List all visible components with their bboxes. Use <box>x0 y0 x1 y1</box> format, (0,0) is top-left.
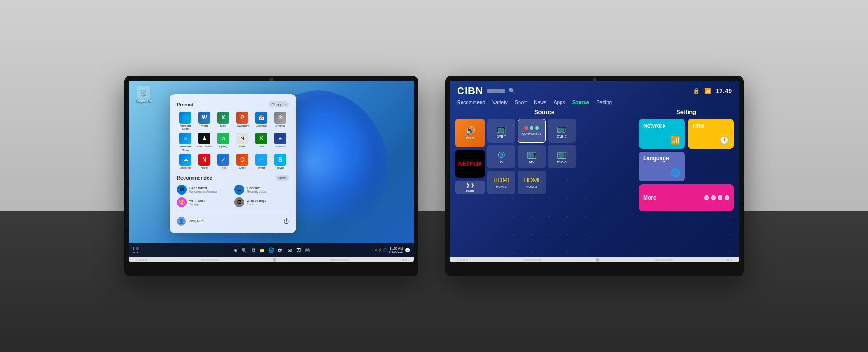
msstore-icon: 🛍 <box>179 133 191 144</box>
app-twitter[interactable]: 🐦 Twitter <box>253 154 270 170</box>
clock-icon: 🕐 <box>719 135 729 145</box>
app-powerpoint[interactable]: P Powerpoint <box>234 112 251 131</box>
left-bottom-dots <box>136 259 147 261</box>
all-apps-button[interactable]: All apps › <box>269 101 289 107</box>
setting-placeholder <box>688 152 734 181</box>
recycle-bin-icon: 🗑️ <box>137 86 150 99</box>
left-monitor: 🗑️ Recycle Bin Pinned All apps › <box>124 76 418 276</box>
more-button[interactable]: More <box>275 175 289 181</box>
nav-source[interactable]: Source <box>572 100 589 105</box>
nav-setting[interactable]: Setting <box>596 100 612 105</box>
twitter-icon: 🐦 <box>255 154 267 166</box>
app-msstore[interactable]: 🛍 Microsoft Store <box>177 133 194 152</box>
more-arrow-icon: ❯❯ <box>466 182 475 188</box>
tv-source-grid: 📺 DVB-T <box>487 119 576 194</box>
nav-recommend[interactable]: Recommend <box>457 100 485 105</box>
steam-taskbar[interactable]: 🎮 <box>304 247 311 254</box>
rec-item-paint[interactable]: 🎨 winft paint 1m ago <box>177 197 231 207</box>
recycle-bin[interactable]: 🗑️ Recycle Bin <box>135 86 152 103</box>
nav-apps[interactable]: Apps <box>554 100 565 105</box>
tv-time: 17:49 <box>716 87 732 95</box>
tv-settings-grid: NetWork 📶 Time 🕐 Langu <box>639 119 734 211</box>
tv-source-layout: 🔊 VOA NETFLIX ❯❯ More <box>455 119 633 194</box>
time-label: Time <box>692 123 705 129</box>
app-excel[interactable]: X Excel <box>215 112 232 131</box>
source-dvbs[interactable]: 📺 DVB-S <box>548 145 576 168</box>
taskbar-center: ⊞ 🔍 ⧉ 📁 🌐 🛍 ✉ 🖼 🎮 <box>231 247 311 254</box>
setting-section-title: Setting <box>639 109 734 115</box>
app-onedrive[interactable]: ☁ Onedrive <box>177 154 194 170</box>
setting-time[interactable]: Time 🕐 <box>688 119 734 149</box>
source-component[interactable]: COMPONENT <box>518 119 546 143</box>
recycle-bin-label: Recycle Bin <box>135 100 152 103</box>
wifi-icon: 📶 <box>670 135 680 145</box>
app-office[interactable]: O Office <box>234 154 251 170</box>
app-calendar[interactable]: 📅 Calendar <box>253 112 270 131</box>
nav-variety[interactable]: Variety <box>492 100 507 105</box>
tv-content: Source 🔊 VOA NETFLIX <box>450 109 739 244</box>
setting-network[interactable]: NetWork 📶 <box>639 119 685 149</box>
app-solitaire[interactable]: ♠ Solitaire <box>272 133 289 152</box>
user-name: Viraj Aller <box>189 219 204 223</box>
tv-more-label: More <box>466 189 474 193</box>
excel-icon: X <box>217 112 229 124</box>
app-skype[interactable]: S Skype <box>272 154 289 170</box>
rec-item-winsettings[interactable]: ⚙ winft settings 2m ago <box>234 197 289 207</box>
setting-more[interactable]: More <box>639 184 734 211</box>
app-word[interactable]: W Word <box>196 112 213 131</box>
photos-taskbar[interactable]: 🖼 <box>295 247 302 254</box>
source-hdmi2[interactable]: HDMI HDMI 2 <box>518 171 546 194</box>
app-spotify[interactable]: ♫ Spotify <box>215 133 232 152</box>
source-hdmi1[interactable]: HDMI HDMI 1 <box>487 171 515 194</box>
tv-interface: CIBN 🔍 🔒 📶 17:49 Recommend Va <box>450 81 739 257</box>
tv-search-icon[interactable]: 🔍 <box>509 88 515 94</box>
voa-card[interactable]: 🔊 VOA <box>455 119 485 147</box>
network-label: NetWork <box>643 123 665 129</box>
app-xbox[interactable]: X Xbox <box>253 133 270 152</box>
taskbar-time: 11:00 AM 6/21/2021 <box>389 247 403 253</box>
store-taskbar[interactable]: 🛍 <box>277 247 284 254</box>
right-speaker-right <box>655 259 673 261</box>
mail-taskbar[interactable]: ✉ <box>286 247 293 254</box>
app-edge[interactable]: 🌐 Microsoft Edge <box>177 112 194 131</box>
solitaire-icon: ♠ <box>274 133 286 144</box>
office-icon: O <box>236 154 248 166</box>
app-netflix[interactable]: N Netflix <box>196 154 213 170</box>
app-news[interactable]: N News <box>234 133 251 152</box>
app-epic[interactable]: ♟ Epic Games <box>196 133 213 152</box>
tv-left-cards: 🔊 VOA NETFLIX ❯❯ More <box>455 119 485 194</box>
setting-language[interactable]: Language 🌐 <box>639 152 685 181</box>
todo-icon: ✓ <box>217 154 229 166</box>
nav-sport[interactable]: Sport <box>515 100 527 105</box>
tv-more-button[interactable]: ❯❯ More <box>455 181 485 194</box>
source-av[interactable]: ◎ AV <box>487 145 515 168</box>
left-speaker <box>201 259 219 261</box>
notification-icon[interactable]: 💬 <box>405 248 410 253</box>
source-atv[interactable]: 📺 ATV <box>518 145 546 168</box>
rec-item-onedrive[interactable]: ☁ Onedrive Recently added <box>234 185 289 195</box>
power-button[interactable]: ⏻ <box>283 218 289 224</box>
news-icon: N <box>236 133 248 144</box>
rec-item-getstarted[interactable]: 🖥 Get Started Welcome to Windows <box>177 185 231 195</box>
left-monitor-frame: 🗑️ Recycle Bin Pinned All apps › <box>124 76 418 276</box>
app-settings[interactable]: ⚙ Settings <box>272 112 289 131</box>
source-dvbt[interactable]: 📺 DVB-T <box>487 119 515 143</box>
edge-taskbar[interactable]: 🌐 <box>268 247 275 254</box>
right-screen: CIBN 🔍 🔒 📶 17:49 Recommend Va <box>450 81 739 257</box>
netflix-card[interactable]: NETFLIX <box>455 150 485 178</box>
right-mic <box>596 258 599 262</box>
more-label: More <box>643 195 656 201</box>
file-explorer[interactable]: 📁 <box>259 247 266 254</box>
start-button[interactable]: ⊞ <box>231 247 239 254</box>
nav-news[interactable]: News <box>534 100 547 105</box>
user-info[interactable]: 👤 Viraj Aller <box>177 217 204 226</box>
app-todo[interactable]: ✓ To do <box>215 154 232 170</box>
edge-icon: 🌐 <box>179 112 191 124</box>
tv-header-right: 🔒 📶 17:49 <box>693 87 732 95</box>
taskview-button[interactable]: ⧉ <box>250 247 257 254</box>
source-dvbc[interactable]: 📺 DVB-C <box>548 119 576 143</box>
tv-logo: CIBN <box>457 85 483 97</box>
rec-icon-getstarted: 🖥 <box>177 185 187 195</box>
search-button[interactable]: 🔍 <box>241 247 248 254</box>
pinned-title: Pinned <box>177 102 193 107</box>
